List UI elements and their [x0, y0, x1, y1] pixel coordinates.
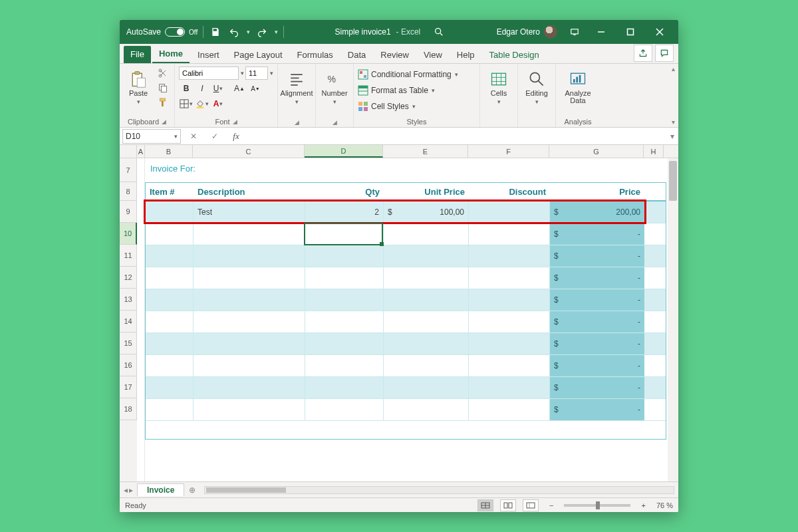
cell[interactable] [194, 355, 305, 376]
cell[interactable] [194, 223, 305, 245]
format-as-table-button[interactable]: Format as Table▾ [358, 84, 435, 97]
tab-data[interactable]: Data [341, 46, 372, 63]
row-header-11[interactable]: 11 [120, 245, 137, 267]
row-header-7[interactable]: 7 [120, 158, 137, 182]
chevron-down-icon[interactable]: ▾ [247, 29, 250, 35]
cell[interactable]: $- [550, 311, 644, 332]
analyze-data-button[interactable]: Analyze Data [560, 66, 596, 110]
cell[interactable] [305, 377, 384, 398]
ribbon-display-icon[interactable] [568, 25, 581, 39]
cell[interactable] [146, 377, 194, 398]
column-header-G[interactable]: G [549, 145, 644, 158]
cell[interactable] [469, 245, 550, 267]
cells-button[interactable]: Cells ▾ [484, 66, 513, 110]
row-header-15[interactable]: 15 [120, 332, 137, 354]
number-button[interactable]: % Number ▾ [320, 66, 349, 110]
cell[interactable] [469, 377, 550, 398]
zoom-level[interactable]: 76 % [656, 501, 673, 509]
sheet-nav-prev[interactable]: ◂ [124, 485, 128, 495]
save-icon[interactable] [209, 25, 222, 39]
cell[interactable] [469, 355, 550, 376]
alignment-button[interactable]: Alignment ▾ [282, 66, 311, 110]
format-painter-button[interactable] [156, 96, 170, 109]
cell[interactable] [469, 267, 550, 289]
zoom-in-button[interactable]: + [641, 501, 645, 509]
view-page-layout-button[interactable] [500, 499, 516, 511]
column-header-H[interactable]: H [644, 145, 664, 158]
cell[interactable] [146, 333, 194, 354]
redo-icon[interactable] [255, 25, 269, 39]
cell[interactable] [384, 355, 469, 376]
comments-button[interactable] [655, 45, 674, 62]
cell[interactable] [146, 223, 194, 245]
row-header-17[interactable]: 17 [120, 376, 137, 398]
cell[interactable] [146, 311, 194, 332]
fill-color-button[interactable]: ▾ [195, 97, 209, 110]
dialog-launcher-icon[interactable]: ◢ [295, 119, 299, 126]
font-color-button[interactable]: A▾ [211, 97, 225, 110]
cell[interactable]: $- [550, 355, 644, 376]
cell[interactable] [384, 399, 469, 420]
chevron-down-icon[interactable]: ▾ [672, 118, 675, 126]
cell[interactable]: $- [550, 399, 644, 420]
cell[interactable] [194, 245, 305, 267]
cell[interactable]: $- [550, 377, 644, 398]
borders-button[interactable]: ▾ [179, 97, 194, 110]
cell[interactable]: $- [550, 245, 644, 267]
row-header-10[interactable]: 10 [120, 223, 137, 245]
sheet-tab-invoice[interactable]: Invoice [137, 483, 184, 496]
cell[interactable] [305, 333, 384, 354]
tab-formulas[interactable]: Formulas [291, 46, 340, 63]
account-info[interactable]: Edgar Otero [497, 25, 557, 39]
chevron-down-icon[interactable]: ▾ [174, 133, 178, 140]
table-row[interactable]: $- [146, 267, 666, 289]
table-row[interactable]: $- [146, 223, 666, 245]
dialog-launcher-icon[interactable]: ◢ [233, 118, 237, 125]
cell[interactable]: Test [194, 201, 305, 223]
tab-file[interactable]: File [124, 46, 151, 63]
table-row[interactable]: $- [146, 289, 666, 311]
chevron-down-icon[interactable]: ▾ [270, 70, 273, 76]
autosave-toggle[interactable]: AutoSave Off [126, 27, 198, 37]
cell[interactable] [305, 267, 384, 289]
cell[interactable] [469, 399, 550, 420]
cell-styles-button[interactable]: Cell Styles▾ [358, 100, 416, 113]
cell[interactable] [469, 289, 550, 311]
view-page-break-button[interactable] [523, 499, 539, 511]
column-header-F[interactable]: F [468, 145, 549, 158]
table-row[interactable]: $- [146, 245, 666, 267]
minimize-button[interactable] [587, 20, 616, 44]
tab-review[interactable]: Review [374, 46, 416, 63]
cell[interactable] [194, 333, 305, 354]
cell[interactable]: $- [550, 289, 644, 311]
cell[interactable] [384, 223, 469, 245]
column-header-C[interactable]: C [193, 145, 305, 158]
cell[interactable] [305, 245, 384, 267]
horizontal-scrollbar[interactable] [204, 486, 674, 494]
cell[interactable] [384, 267, 469, 289]
slider-thumb[interactable] [596, 501, 600, 509]
cell[interactable] [469, 201, 550, 223]
zoom-slider[interactable] [564, 504, 630, 507]
tab-view[interactable]: View [417, 46, 449, 63]
tab-table-design[interactable]: Table Design [483, 46, 546, 63]
cell[interactable]: $- [550, 223, 644, 245]
cell[interactable] [384, 289, 469, 311]
cell[interactable]: $- [550, 267, 644, 289]
expand-formula-bar-button[interactable]: ▾ [666, 132, 678, 141]
new-sheet-button[interactable]: ⊕ [184, 485, 200, 495]
cell[interactable] [194, 311, 305, 332]
insert-function-button[interactable]: fx [227, 129, 245, 144]
cell[interactable] [384, 377, 469, 398]
font-size-input[interactable] [245, 66, 268, 80]
chevron-up-icon[interactable]: ▴ [672, 65, 675, 72]
row-header-14[interactable]: 14 [120, 311, 137, 332]
formula-input[interactable] [245, 129, 666, 144]
row-header-13[interactable]: 13 [120, 289, 137, 311]
row-header-18[interactable]: 18 [120, 398, 137, 420]
cell[interactable] [146, 267, 194, 289]
undo-icon[interactable] [227, 25, 241, 39]
cell[interactable] [146, 245, 194, 267]
copy-button[interactable] [156, 81, 170, 94]
table-row[interactable]: $- [146, 311, 666, 333]
